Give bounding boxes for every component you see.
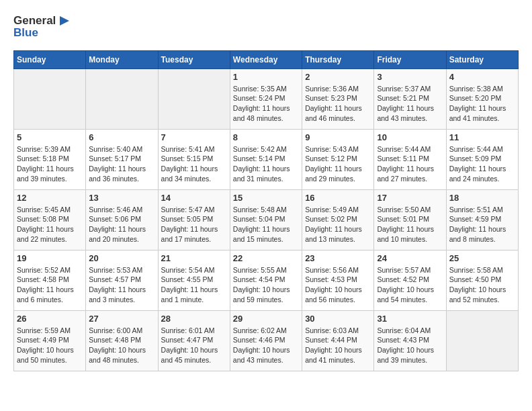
calendar-cell: 6Sunrise: 5:40 AMSunset: 5:17 PMDaylight… xyxy=(86,129,158,189)
weekday-header: Thursday xyxy=(302,50,374,68)
day-info: Sunrise: 6:02 AMSunset: 4:46 PMDaylight:… xyxy=(233,326,299,365)
calendar-cell: 7Sunrise: 5:41 AMSunset: 5:15 PMDaylight… xyxy=(158,129,230,189)
day-number: 24 xyxy=(377,253,443,263)
day-number: 31 xyxy=(377,314,443,324)
calendar-cell: 1Sunrise: 5:35 AMSunset: 5:24 PMDaylight… xyxy=(230,68,302,129)
calendar-cell: 31Sunrise: 6:04 AMSunset: 4:43 PMDayligh… xyxy=(374,310,446,371)
day-info: Sunrise: 5:48 AMSunset: 5:04 PMDaylight:… xyxy=(233,205,299,244)
calendar-cell: 17Sunrise: 5:50 AMSunset: 5:01 PMDayligh… xyxy=(374,189,446,250)
day-info: Sunrise: 6:03 AMSunset: 4:44 PMDaylight:… xyxy=(305,326,371,365)
page-header: General Blue xyxy=(13,13,519,40)
day-info: Sunrise: 5:49 AMSunset: 5:02 PMDaylight:… xyxy=(305,205,371,244)
calendar-cell: 12Sunrise: 5:45 AMSunset: 5:08 PMDayligh… xyxy=(14,189,86,250)
weekday-header: Sunday xyxy=(14,50,86,68)
day-number: 13 xyxy=(89,193,154,203)
calendar-cell xyxy=(446,310,518,371)
calendar-cell: 10Sunrise: 5:44 AMSunset: 5:11 PMDayligh… xyxy=(374,129,446,189)
day-info: Sunrise: 5:57 AMSunset: 4:52 PMDaylight:… xyxy=(377,265,443,305)
day-info: Sunrise: 6:01 AMSunset: 4:47 PMDaylight:… xyxy=(161,326,227,365)
day-info: Sunrise: 5:47 AMSunset: 5:05 PMDaylight:… xyxy=(161,205,227,244)
calendar-cell: 27Sunrise: 6:00 AMSunset: 4:48 PMDayligh… xyxy=(86,310,158,371)
logo-blue: Blue xyxy=(13,27,38,40)
day-number: 1 xyxy=(233,72,299,82)
day-number: 2 xyxy=(305,72,371,82)
day-number: 16 xyxy=(305,193,371,203)
day-info: Sunrise: 5:43 AMSunset: 5:12 PMDaylight:… xyxy=(305,144,371,184)
calendar-cell: 30Sunrise: 6:03 AMSunset: 4:44 PMDayligh… xyxy=(302,310,374,371)
weekday-header: Wednesday xyxy=(230,50,302,68)
calendar-cell: 4Sunrise: 5:38 AMSunset: 5:20 PMDaylight… xyxy=(446,68,518,129)
day-info: Sunrise: 5:46 AMSunset: 5:06 PMDaylight:… xyxy=(89,205,154,244)
day-info: Sunrise: 5:50 AMSunset: 5:01 PMDaylight:… xyxy=(377,205,443,244)
calendar-cell: 15Sunrise: 5:48 AMSunset: 5:04 PMDayligh… xyxy=(230,189,302,250)
logo-general: General xyxy=(13,15,56,28)
weekday-header-row: SundayMondayTuesdayWednesdayThursdayFrid… xyxy=(14,50,519,68)
day-info: Sunrise: 5:45 AMSunset: 5:08 PMDaylight:… xyxy=(17,205,83,244)
calendar-cell: 8Sunrise: 5:42 AMSunset: 5:14 PMDaylight… xyxy=(230,129,302,189)
calendar-week-row: 19Sunrise: 5:52 AMSunset: 4:58 PMDayligh… xyxy=(14,250,519,310)
day-info: Sunrise: 5:44 AMSunset: 5:09 PMDaylight:… xyxy=(449,144,515,184)
calendar-cell: 29Sunrise: 6:02 AMSunset: 4:46 PMDayligh… xyxy=(230,310,302,371)
calendar-cell: 13Sunrise: 5:46 AMSunset: 5:06 PMDayligh… xyxy=(86,189,158,250)
calendar-cell: 20Sunrise: 5:53 AMSunset: 4:57 PMDayligh… xyxy=(86,250,158,310)
calendar-cell: 9Sunrise: 5:43 AMSunset: 5:12 PMDaylight… xyxy=(302,129,374,189)
day-info: Sunrise: 5:36 AMSunset: 5:23 PMDaylight:… xyxy=(305,84,371,124)
day-number: 21 xyxy=(161,253,227,263)
logo: General Blue xyxy=(13,13,72,40)
day-number: 23 xyxy=(305,253,371,263)
calendar-cell: 2Sunrise: 5:36 AMSunset: 5:23 PMDaylight… xyxy=(302,68,374,129)
day-info: Sunrise: 6:00 AMSunset: 4:48 PMDaylight:… xyxy=(89,326,154,365)
day-number: 17 xyxy=(377,193,443,203)
calendar-cell: 19Sunrise: 5:52 AMSunset: 4:58 PMDayligh… xyxy=(14,250,86,310)
day-number: 7 xyxy=(161,132,227,142)
calendar-cell: 16Sunrise: 5:49 AMSunset: 5:02 PMDayligh… xyxy=(302,189,374,250)
day-number: 5 xyxy=(17,132,83,142)
day-number: 27 xyxy=(89,314,154,324)
day-info: Sunrise: 5:59 AMSunset: 4:49 PMDaylight:… xyxy=(17,326,83,365)
calendar-cell: 3Sunrise: 5:37 AMSunset: 5:21 PMDaylight… xyxy=(374,68,446,129)
calendar-week-row: 12Sunrise: 5:45 AMSunset: 5:08 PMDayligh… xyxy=(14,189,519,250)
calendar-week-row: 26Sunrise: 5:59 AMSunset: 4:49 PMDayligh… xyxy=(14,310,519,371)
day-number: 29 xyxy=(233,314,299,324)
day-number: 25 xyxy=(449,253,515,263)
calendar-cell xyxy=(86,68,158,129)
day-info: Sunrise: 5:55 AMSunset: 4:54 PMDaylight:… xyxy=(233,265,299,305)
calendar-cell xyxy=(158,68,230,129)
weekday-header: Saturday xyxy=(446,50,518,68)
calendar-cell: 28Sunrise: 6:01 AMSunset: 4:47 PMDayligh… xyxy=(158,310,230,371)
calendar-cell: 22Sunrise: 5:55 AMSunset: 4:54 PMDayligh… xyxy=(230,250,302,310)
day-info: Sunrise: 5:54 AMSunset: 4:55 PMDaylight:… xyxy=(161,265,227,305)
calendar-cell: 11Sunrise: 5:44 AMSunset: 5:09 PMDayligh… xyxy=(446,129,518,189)
calendar-cell: 21Sunrise: 5:54 AMSunset: 4:55 PMDayligh… xyxy=(158,250,230,310)
day-info: Sunrise: 5:40 AMSunset: 5:17 PMDaylight:… xyxy=(89,144,154,184)
calendar-week-row: 1Sunrise: 5:35 AMSunset: 5:24 PMDaylight… xyxy=(14,68,519,129)
calendar-cell: 25Sunrise: 5:58 AMSunset: 4:50 PMDayligh… xyxy=(446,250,518,310)
weekday-header: Tuesday xyxy=(158,50,230,68)
day-number: 11 xyxy=(449,132,515,142)
weekday-header: Monday xyxy=(86,50,158,68)
calendar-cell xyxy=(14,68,86,129)
day-info: Sunrise: 6:04 AMSunset: 4:43 PMDaylight:… xyxy=(377,326,443,365)
weekday-header: Friday xyxy=(374,50,446,68)
day-number: 14 xyxy=(161,193,227,203)
calendar-table: SundayMondayTuesdayWednesdayThursdayFrid… xyxy=(13,50,519,371)
calendar-cell: 14Sunrise: 5:47 AMSunset: 5:05 PMDayligh… xyxy=(158,189,230,250)
day-info: Sunrise: 5:41 AMSunset: 5:15 PMDaylight:… xyxy=(161,144,227,184)
calendar-cell: 24Sunrise: 5:57 AMSunset: 4:52 PMDayligh… xyxy=(374,250,446,310)
day-number: 8 xyxy=(233,132,299,142)
day-number: 22 xyxy=(233,253,299,263)
day-number: 12 xyxy=(17,193,83,203)
calendar-cell: 23Sunrise: 5:56 AMSunset: 4:53 PMDayligh… xyxy=(302,250,374,310)
calendar-week-row: 5Sunrise: 5:39 AMSunset: 5:18 PMDaylight… xyxy=(14,129,519,189)
day-number: 4 xyxy=(449,72,515,82)
calendar-cell: 18Sunrise: 5:51 AMSunset: 4:59 PMDayligh… xyxy=(446,189,518,250)
day-number: 9 xyxy=(305,132,371,142)
svg-marker-0 xyxy=(60,16,69,26)
day-info: Sunrise: 5:51 AMSunset: 4:59 PMDaylight:… xyxy=(449,205,515,244)
day-info: Sunrise: 5:52 AMSunset: 4:58 PMDaylight:… xyxy=(17,265,83,305)
day-info: Sunrise: 5:38 AMSunset: 5:20 PMDaylight:… xyxy=(449,84,515,124)
logo-arrow-icon xyxy=(57,13,72,28)
day-number: 19 xyxy=(17,253,83,263)
day-number: 15 xyxy=(233,193,299,203)
day-number: 20 xyxy=(89,253,154,263)
